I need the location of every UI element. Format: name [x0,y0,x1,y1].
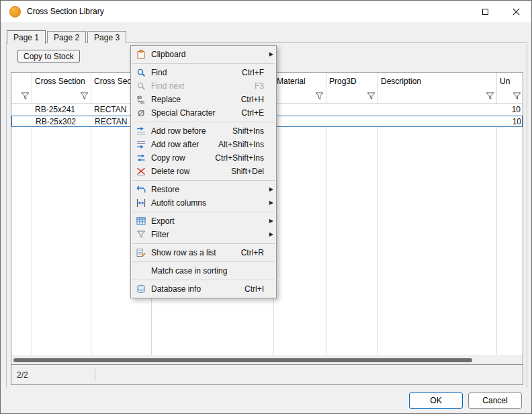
find-next-icon [134,81,148,91]
filter-funnel-icon[interactable] [513,92,521,102]
row-counter: 2/2 [11,370,28,380]
filter-funnel-icon[interactable] [315,92,324,102]
submenu-arrow-icon: ▶ [265,228,273,241]
menu-item-delete-row[interactable]: Delete rowShift+Del [131,165,276,178]
menu-item-match-case-in-sorting[interactable]: Match case in sorting [131,264,276,278]
menu-item-copy-row[interactable]: Copy rowCtrl+Shift+Ins [131,151,276,165]
filter-funnel-icon[interactable] [486,92,494,102]
add-row-before-icon [134,126,148,136]
menu-separator [132,212,275,212]
context-menu: Clipboard▶FindCtrl+FFind nextF3abacRepla… [130,45,277,298]
table-cell[interactable]: RB-25x241 [32,104,91,116]
status-bar: 2/2 [11,365,523,385]
menu-separator [132,243,275,244]
clipboard-icon [134,50,148,59]
copy-to-stock-button[interactable]: Copy to Stock [17,50,80,63]
filter-cell-prog3d[interactable] [326,90,378,104]
cancel-button[interactable]: Cancel [468,392,522,409]
status-divider [95,368,95,382]
tab-page-3[interactable]: Page 3 [87,31,126,43]
menu-item-label: Clipboard [151,50,185,59]
copy-row-icon [134,153,148,163]
tab-page-2[interactable]: Page 2 [47,31,86,43]
filter-icon [134,230,148,239]
menu-item-label: Autofit columns [151,198,206,208]
restore-icon [134,185,148,194]
menu-separator [132,280,275,280]
filter-cell-cross-section[interactable] [32,90,91,104]
menu-item-label: Export [151,216,175,226]
column-header-description[interactable]: Description [378,73,496,90]
dialog-footer: OK Cancel [1,388,531,413]
menu-item-label: Match case in sorting [151,266,227,276]
autofit-columns-icon [134,198,148,208]
menu-item-label: Add row after [151,140,199,149]
menu-item-label: Database info [151,284,201,294]
export-icon [134,216,148,226]
column-header-material[interactable]: Material [273,73,326,90]
title-bar: Cross Section Library [1,1,531,22]
filter-cell-description[interactable] [378,90,496,104]
menu-item-autofit-columns[interactable]: Autofit columns▶ [131,196,276,210]
ok-button[interactable]: OK [409,392,463,409]
column-header-un[interactable]: Un [496,73,523,90]
column-header-prog3d[interactable]: Prog3D [326,73,378,90]
close-icon [513,8,520,15]
menu-item-shortcut: F3 [255,81,265,91]
menu-item-restore[interactable]: Restore▶ [131,183,276,196]
table-cell[interactable]: RB-25x302 [32,116,91,126]
filter-funnel-icon[interactable] [21,92,30,102]
database-info-icon [134,284,148,294]
menu-item-add-row-after[interactable]: Add row afterAlt+Shift+Ins [131,138,276,151]
filter-cell-0[interactable] [11,90,32,104]
menu-item-label: Replace [151,95,181,104]
menu-item-label: Show row as a list [151,248,216,257]
filter-funnel-icon[interactable] [367,92,375,102]
menu-item-label: Restore [151,185,179,194]
menu-item-shortcut: Ctrl+R [241,248,265,257]
scrollbar-thumb[interactable] [13,358,472,362]
menu-item-database-info[interactable]: Database infoCtrl+I [131,282,276,296]
tab-page-1[interactable]: Page 1 [7,30,46,44]
menu-item-show-row-as-a-list[interactable]: Show row as a listCtrl+R [131,246,276,259]
filter-funnel-icon[interactable] [80,92,89,102]
menu-item-shortcut: Ctrl+H [241,95,265,104]
menu-item-filter[interactable]: Filter▶ [131,228,276,241]
table-cell[interactable]: 10 [496,104,523,116]
menu-item-replace[interactable]: abacReplaceCtrl+H [131,93,276,106]
menu-item-clipboard[interactable]: Clipboard▶ [131,48,276,61]
menu-item-label: Special Character [151,108,215,118]
app-icon [9,6,21,17]
maximize-button[interactable] [470,1,500,22]
page-tabs: Page 1Page 2Page 3 [7,30,128,43]
menu-item-special-character[interactable]: ØSpecial CharacterCtrl+E [131,106,276,120]
menu-item-find[interactable]: FindCtrl+F [131,66,276,79]
show-row-as-list-icon [134,248,148,257]
table-cell[interactable]: 10 [497,116,524,126]
menu-item-label: Add row before [151,126,206,136]
filter-cell-material[interactable] [273,90,326,104]
menu-item-shortcut: Shift+Del [231,167,265,176]
close-button[interactable] [500,1,531,22]
menu-item-export[interactable]: Export▶ [131,214,276,228]
menu-item-label: Copy row [151,153,185,163]
window-controls [470,1,531,22]
column-header-0[interactable] [11,73,32,90]
horizontal-scrollbar[interactable] [11,356,523,364]
menu-item-shortcut: Ctrl+I [245,284,265,294]
menu-item-find-next: Find nextF3 [131,79,276,93]
menu-item-label: Find [151,68,167,77]
menu-item-shortcut: Shift+Ins [232,126,265,136]
window-title: Cross Section Library [27,7,104,16]
add-row-after-icon [134,140,148,149]
svg-text:ab: ab [137,95,142,99]
filter-cell-un[interactable] [496,90,523,104]
maximize-icon [482,9,488,15]
submenu-arrow-icon: ▶ [265,48,273,61]
menu-item-label: Delete row [151,167,189,176]
menu-item-label: Filter [151,230,169,239]
submenu-arrow-icon: ▶ [265,196,273,210]
column-header-cross-section[interactable]: Cross Section [32,73,91,90]
submenu-arrow-icon: ▶ [265,214,273,228]
menu-item-add-row-before[interactable]: Add row beforeShift+Ins [131,124,276,138]
